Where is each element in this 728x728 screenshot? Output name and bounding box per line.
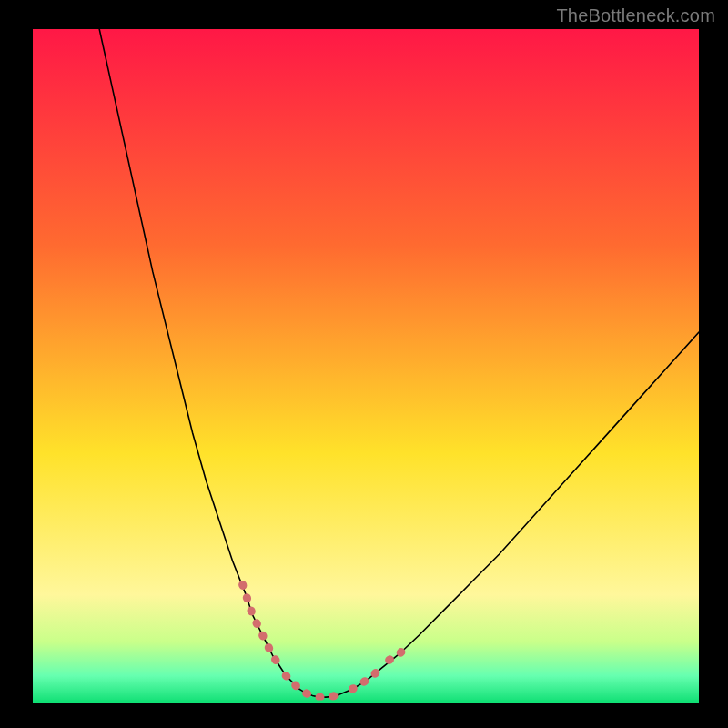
chart-frame: TheBottleneck.com (0, 0, 728, 728)
plot-area (33, 29, 699, 703)
watermark-text: TheBottleneck.com (556, 5, 715, 26)
gradient-bg (33, 29, 699, 703)
chart-svg (33, 29, 699, 703)
